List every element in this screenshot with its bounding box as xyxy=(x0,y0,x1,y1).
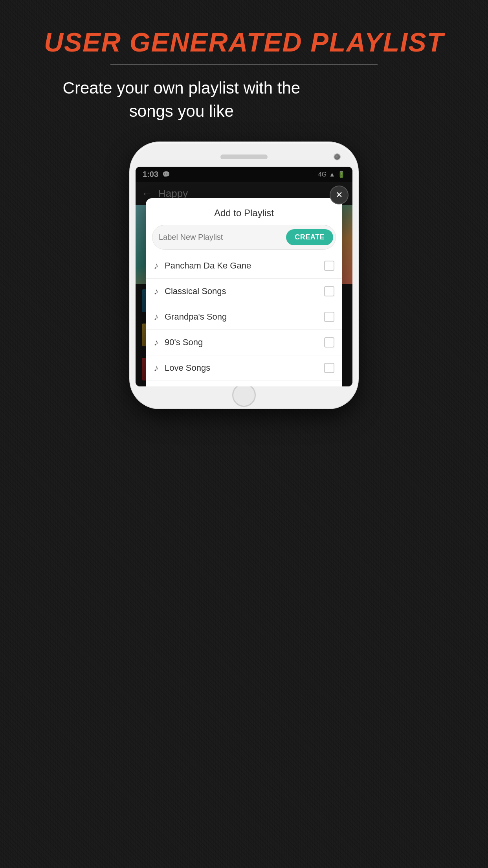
playlist-item-name: 90's Song xyxy=(165,337,324,348)
main-title: USER GENERATED PLAYLIST xyxy=(44,28,444,57)
phone-bottom-bar xyxy=(136,390,352,400)
playlist-item-name: Love Songs xyxy=(165,363,324,373)
subtitle: Create your own playlist with the songs … xyxy=(44,77,319,123)
phone-speaker xyxy=(220,154,268,159)
list-item[interactable]: ♪ Love Songs xyxy=(146,355,342,381)
page-root: USER GENERATED PLAYLIST Create your own … xyxy=(0,0,488,408)
list-item[interactable]: ♪ Pancham Da Ke Gane xyxy=(146,253,342,279)
music-note-icon: ♪ xyxy=(154,337,158,348)
music-note-icon: ♪ xyxy=(154,311,158,322)
playlist-list: ♪ Pancham Da Ke Gane ♪ Classical Songs ♪ xyxy=(146,253,342,386)
playlist-checkbox[interactable] xyxy=(324,312,334,322)
playlist-checkbox[interactable] xyxy=(324,261,334,271)
phone-screen: 1:03 💬 4G ▲ 🔋 ← Happy 🎤 xyxy=(136,167,352,386)
playlist-checkbox[interactable] xyxy=(324,286,334,296)
music-note-icon: ♪ xyxy=(154,362,158,373)
playlist-item-name: Classical Songs xyxy=(165,286,324,296)
header-section: USER GENERATED PLAYLIST Create your own … xyxy=(44,28,444,123)
phone-outer: 1:03 💬 4G ▲ 🔋 ← Happy 🎤 xyxy=(130,142,358,408)
phone-top-bar xyxy=(136,151,352,163)
music-note-icon: ♪ xyxy=(154,260,158,271)
close-button[interactable]: ✕ xyxy=(330,186,349,204)
dialog-title: Add to Playlist xyxy=(146,198,342,225)
phone-camera xyxy=(334,153,341,160)
list-item[interactable]: ♪ Classical Songs xyxy=(146,279,342,304)
new-playlist-input[interactable] xyxy=(159,233,286,242)
dialog-overlay: ✕ Add to Playlist CREATE xyxy=(136,167,352,386)
dialog-input-row: CREATE xyxy=(152,225,336,250)
list-item[interactable]: ♪ 90's Song xyxy=(146,330,342,355)
phone-wrapper: 1:03 💬 4G ▲ 🔋 ← Happy 🎤 xyxy=(130,142,358,408)
title-divider xyxy=(110,64,378,65)
create-button[interactable]: CREATE xyxy=(286,229,333,245)
close-icon: ✕ xyxy=(336,190,343,200)
playlist-item-name: Pancham Da Ke Gane xyxy=(165,261,324,271)
add-to-playlist-dialog: Add to Playlist CREATE ♪ Pancham Da Ke G… xyxy=(146,198,342,386)
playlist-checkbox[interactable] xyxy=(324,337,334,348)
music-note-icon: ♪ xyxy=(154,286,158,297)
home-button[interactable] xyxy=(232,383,256,407)
list-item[interactable]: ♪ Evergreen Evenings xyxy=(146,381,342,386)
playlist-item-name: Grandpa's Song xyxy=(165,312,324,322)
playlist-checkbox[interactable] xyxy=(324,363,334,373)
list-item[interactable]: ♪ Grandpa's Song xyxy=(146,304,342,330)
